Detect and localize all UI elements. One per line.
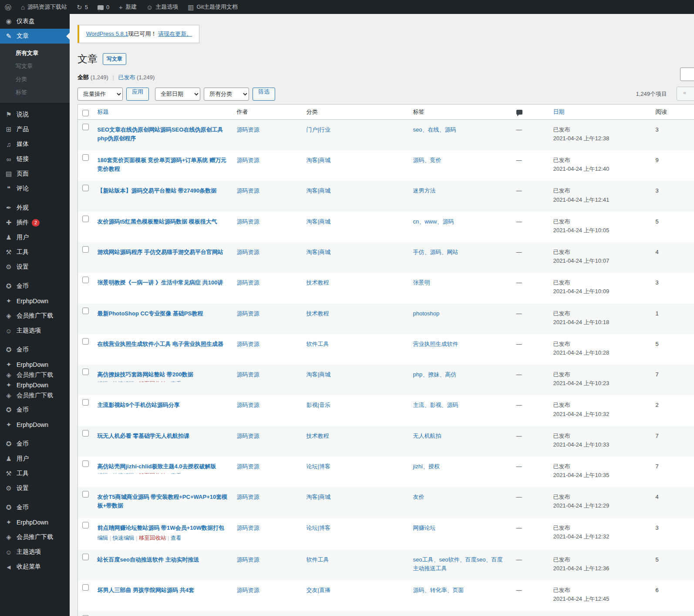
tags-links[interactable]: 源码、竞价: [413, 157, 441, 163]
tags-links[interactable]: 源码、转化率、页面: [413, 587, 464, 593]
post-title-link[interactable]: 高仿站壳网jizhi-chlid极致主题4.0去授权破解版: [98, 463, 216, 470]
update-now-link[interactable]: 请现在更新。: [158, 30, 192, 37]
column-header-title[interactable]: 标题: [93, 104, 232, 119]
sidebar-item-会员推广下载[interactable]: ◈会员推广下载: [0, 308, 70, 323]
tags-links[interactable]: jizhi、授权: [413, 463, 440, 470]
pagination-first-button[interactable]: «: [677, 87, 694, 101]
category-link[interactable]: 技术教程: [307, 310, 329, 317]
tags-links[interactable]: seo工具、seo软件、百度seo、百度主动推送工具: [413, 556, 503, 572]
post-title-link[interactable]: 友价T5商城商业源码 带安装教程+PC+WAP+10套模板+带数据: [98, 494, 228, 509]
select-post-checkbox[interactable]: [82, 277, 89, 283]
author-link[interactable]: 源码资源: [237, 310, 259, 317]
sidebar-subitem-分类[interactable]: 分类: [0, 73, 70, 86]
tags-links[interactable]: php、撩妹、高仿: [413, 371, 457, 378]
author-link[interactable]: 源码资源: [237, 218, 259, 225]
select-post-checkbox[interactable]: [82, 399, 89, 406]
bulk-actions-select[interactable]: 批量操作: [77, 88, 123, 101]
edit-link[interactable]: 编辑: [98, 473, 108, 474]
sidebar-item-ErphpDown[interactable]: ✦ErphpDown: [0, 378, 70, 393]
admin-bar-item[interactable]: ⌂源码资源下载站: [16, 0, 72, 14]
post-title-link[interactable]: 【新站版本】源码交易平台整站 带27490条数据: [98, 187, 217, 194]
filter-button[interactable]: 筛选: [253, 88, 275, 101]
select-post-checkbox[interactable]: [82, 185, 89, 191]
post-title-link[interactable]: SEO文章在线伪原创网站源码SEO在线伪原创工具php伪原创程序: [98, 126, 223, 142]
author-link[interactable]: 源码资源: [237, 341, 259, 347]
sidebar-item-工具[interactable]: ⚒工具: [0, 466, 70, 481]
author-link[interactable]: 源码资源: [237, 402, 259, 408]
post-title-link[interactable]: 最新PhotoShop CC专业抠像 基础PS教程: [98, 310, 203, 317]
sidebar-item-ErphpDown[interactable]: ✦ErphpDown: [0, 294, 70, 308]
category-link[interactable]: 淘客|商城: [307, 157, 330, 163]
tags-links[interactable]: photoshop: [413, 310, 440, 317]
author-link[interactable]: 源码资源: [237, 187, 259, 194]
sidebar-item-外观[interactable]: ✒外观: [0, 200, 70, 215]
quick-edit-link[interactable]: 快速编辑: [113, 473, 135, 474]
sidebar-item-金币[interactable]: ✪金币: [0, 279, 70, 294]
category-link[interactable]: 淘客|商城: [307, 218, 330, 225]
tags-links[interactable]: 主流、影视、源码: [413, 402, 458, 408]
post-title-link[interactable]: 主流影视站9个手机仿站源码分享: [98, 402, 180, 408]
sidebar-item-ErphpDown[interactable]: ✦ErphpDown: [0, 357, 70, 372]
author-link[interactable]: 源码资源: [237, 126, 259, 133]
category-link[interactable]: 影视|音乐: [307, 402, 330, 408]
edit-link[interactable]: 编辑: [98, 535, 108, 541]
tags-links[interactable]: cn、www、源码: [413, 218, 454, 225]
category-link[interactable]: 论坛|博客: [307, 463, 330, 470]
sidebar-item-主题选项[interactable]: ☺主题选项: [0, 323, 70, 338]
post-title-link[interactable]: 站长百度seo自动推送软件 主动实时推送: [98, 556, 199, 563]
tags-links[interactable]: 网赚论坛: [413, 525, 436, 531]
author-link[interactable]: 源码资源: [237, 494, 259, 500]
sidebar-item-金币[interactable]: ✪金币: [0, 342, 70, 357]
select-all-checkbox[interactable]: [82, 110, 89, 116]
view-link[interactable]: 查看: [171, 535, 182, 541]
sidebar-item-工具[interactable]: ⚒工具: [0, 245, 70, 260]
select-post-checkbox[interactable]: [82, 369, 89, 375]
category-link[interactable]: 技术教程: [307, 433, 329, 439]
select-post-checkbox[interactable]: [82, 460, 89, 467]
admin-bar-item[interactable]: Ⓦ: [0, 0, 16, 14]
sidebar-item-设置[interactable]: ⚙设置: [0, 260, 70, 274]
category-link[interactable]: 淘客|商城: [307, 249, 330, 255]
post-title-link[interactable]: 前点睛网赚论坛整站源码 带1W会员+10W数据打包: [98, 525, 224, 531]
quick-edit-link[interactable]: 快速编辑: [113, 381, 135, 382]
post-title-link[interactable]: 在线营业执照生成软件小工具 电子营业执照生成器: [98, 341, 224, 347]
search-posts-input[interactable]: [680, 68, 694, 81]
tags-links[interactable]: 友价: [413, 494, 424, 500]
sidebar-item-页面[interactable]: ▤页面: [0, 166, 70, 181]
admin-bar-item[interactable]: 0: [93, 0, 114, 14]
select-post-checkbox[interactable]: [82, 124, 89, 130]
sidebar-item-金币[interactable]: ✪金币: [0, 500, 70, 515]
select-post-checkbox[interactable]: [82, 308, 89, 314]
update-version-link[interactable]: WordPress 5.8.1: [86, 30, 128, 37]
admin-bar-item[interactable]: +新建: [114, 0, 141, 14]
sidebar-item-文章[interactable]: ✎文章: [0, 29, 70, 44]
category-link[interactable]: 论坛|博客: [307, 525, 330, 531]
view-link[interactable]: 查看: [171, 473, 182, 474]
author-link[interactable]: 源码资源: [237, 433, 259, 439]
sidebar-item-说说[interactable]: ⚑说说: [0, 107, 70, 122]
sidebar-item-收起菜单[interactable]: ◄收起菜单: [0, 559, 70, 574]
sidebar-subitem-标签[interactable]: 标签: [0, 86, 70, 99]
author-link[interactable]: 源码资源: [237, 463, 259, 470]
admin-bar-item[interactable]: ↻5: [72, 0, 93, 14]
sidebar-item-设置[interactable]: ⚙设置: [0, 481, 70, 496]
select-post-checkbox[interactable]: [82, 522, 89, 528]
sidebar-item-插件[interactable]: ✚插件2: [0, 215, 70, 230]
sidebar-item-ErphpDown[interactable]: ✦ErphpDown: [0, 417, 70, 432]
tags-links[interactable]: 手仿、源码、网站: [413, 249, 458, 255]
select-post-checkbox[interactable]: [82, 338, 89, 345]
category-link[interactable]: 门户|行业: [307, 126, 330, 133]
view-published-link[interactable]: 已发布: [118, 74, 135, 81]
post-title-link[interactable]: 坏男人三部曲 男孩学院网站源码 共4套: [98, 587, 194, 593]
sidebar-item-产品[interactable]: ⊞产品: [0, 122, 70, 137]
author-link[interactable]: 源码资源: [237, 556, 259, 563]
trash-link[interactable]: 移至回收站: [139, 535, 166, 541]
select-post-checkbox[interactable]: [82, 246, 89, 253]
sidebar-item-用户[interactable]: ♟用户: [0, 451, 70, 466]
post-title-link[interactable]: 张景明教授《一病一讲 》生活中常见病症 共100讲: [98, 279, 223, 286]
sidebar-item-金币[interactable]: ✪金币: [0, 403, 70, 417]
category-link[interactable]: 淘客|商城: [307, 494, 330, 500]
view-link[interactable]: 查看: [171, 381, 182, 382]
sidebar-item-金币[interactable]: ✪金币: [0, 437, 70, 451]
author-link[interactable]: 源码资源: [237, 157, 259, 163]
